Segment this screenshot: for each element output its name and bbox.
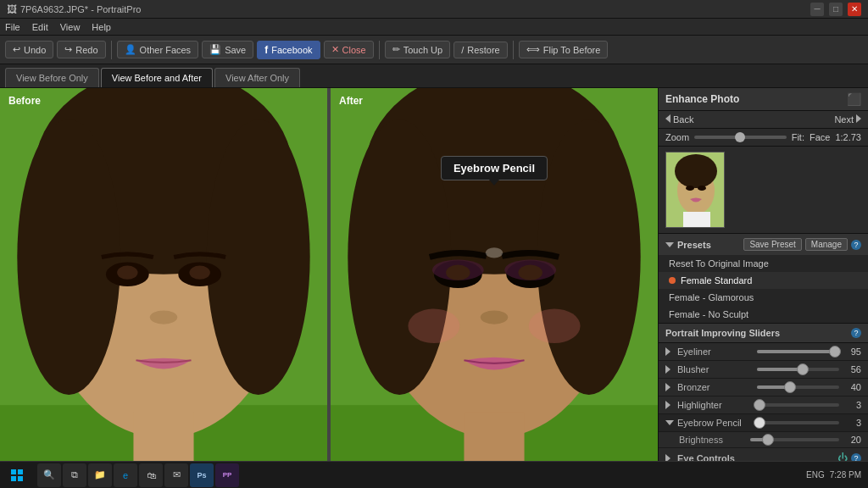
taskbar-app-edge[interactable]: e (114, 463, 137, 487)
brightness-thumb (762, 434, 774, 446)
taskbar-right: ENG 7:28 PM (799, 470, 868, 480)
taskbar-lang: ENG (806, 470, 825, 480)
preset-item-glamorous[interactable]: Female - Glamorous (659, 289, 868, 306)
svg-point-32 (686, 186, 694, 191)
preset-female-standard-label: Female Standard (681, 275, 752, 286)
preset-item-female-standard[interactable]: Female Standard (659, 272, 868, 289)
tab-view-after-only[interactable]: View After Only (214, 68, 300, 87)
eyeliner-thumb (829, 346, 841, 358)
eyeliner-expand-icon[interactable] (665, 347, 674, 356)
eyebrow-pencil-thumb (754, 417, 765, 429)
touch-up-button[interactable]: ✏ Touch Up (385, 41, 450, 58)
title-bar-controls: ─ □ ✕ (810, 3, 861, 16)
close-window-button[interactable]: ✕ (848, 3, 861, 16)
undo-icon: ↩ (13, 44, 20, 55)
next-button[interactable]: Next (834, 114, 861, 125)
save-preset-button[interactable]: Save Preset (743, 238, 801, 251)
highlighter-label: Highlighter (677, 400, 754, 410)
tab-view-before-only[interactable]: View Before Only (5, 68, 99, 87)
title-bar: 🖼 7P6A9632.JPG* - PortraitPro ─ □ ✕ (0, 0, 868, 19)
sliders-title: Portrait Improving Sliders (665, 328, 780, 338)
back-button[interactable]: Back (665, 114, 693, 125)
taskbar-app-cortana[interactable]: 🔍 (37, 463, 61, 487)
presets-help-icon[interactable]: ? (851, 240, 861, 250)
redo-button[interactable]: ↪ Redo (57, 41, 105, 58)
window-title: 7P6A9632.JPG* - PortraitPro (20, 4, 141, 14)
sliders-help-icon[interactable]: ? (851, 328, 861, 338)
main-content: Before (0, 88, 868, 488)
toolbar-divider-1 (111, 41, 112, 59)
photo-area: Before (0, 88, 658, 488)
menu-edit[interactable]: Edit (32, 22, 48, 32)
undo-button[interactable]: ↩ Undo (5, 41, 53, 58)
save-button[interactable]: 💾 Save (202, 41, 253, 58)
title-bar-left: 🖼 7P6A9632.JPG* - PortraitPro (7, 3, 141, 15)
bronzer-expand-icon[interactable] (665, 383, 674, 391)
highlighter-expand-icon[interactable] (665, 401, 674, 409)
svg-rect-38 (11, 476, 16, 481)
preset-list: Reset To Original Image Female Standard … (659, 255, 868, 323)
facebook-button[interactable]: f Facebook (257, 41, 320, 59)
thumbnail-face (666, 152, 724, 227)
taskbar-app-ps[interactable]: Ps (190, 463, 214, 487)
zoom-slider[interactable] (694, 136, 787, 139)
manage-button[interactable]: Manage (805, 238, 848, 251)
blusher-expand-icon[interactable] (665, 365, 674, 374)
preset-item-no-sculpt[interactable]: Female - No Sculpt (659, 306, 868, 323)
preset-item-reset[interactable]: Reset To Original Image (659, 255, 868, 272)
taskbar-app-mail[interactable]: ✉ (164, 463, 188, 487)
minimize-button[interactable]: ─ (810, 3, 824, 16)
after-pane: After Eyebrow Pencil (331, 88, 658, 488)
presets-header-right: Save Preset Manage ? (743, 238, 861, 251)
presets-expand-icon (665, 242, 674, 247)
presets-header[interactable]: Presets Save Preset Manage ? (659, 234, 868, 255)
restore-button[interactable]: / Restore (453, 42, 508, 58)
facebook-icon: f (264, 44, 268, 56)
highlighter-track[interactable] (757, 403, 839, 407)
svg-rect-37 (18, 469, 23, 474)
menu-help[interactable]: Help (92, 22, 111, 32)
taskbar-app-store[interactable]: 🛍 (139, 463, 163, 487)
redo-icon: ↪ (64, 44, 72, 55)
close-icon: ✕ (331, 44, 339, 55)
maximize-button[interactable]: □ (829, 3, 843, 16)
preset-reset-label: Reset To Original Image (669, 258, 769, 269)
preset-glamorous-label: Female - Glamorous (669, 292, 754, 302)
svg-point-24 (518, 265, 542, 280)
flip-to-before-button[interactable]: ⟺ Flip To Before (519, 41, 609, 58)
zoom-thumb[interactable] (735, 132, 745, 142)
restore-icon: / (461, 45, 464, 55)
taskbar-app-taskview[interactable]: ⧉ (63, 463, 86, 487)
taskbar-app-pp[interactable]: PP (215, 463, 239, 487)
menu-view[interactable]: View (60, 22, 81, 32)
eyebrow-pencil-expand-icon[interactable] (665, 420, 674, 425)
eyebrow-pencil-track[interactable] (757, 421, 839, 424)
zoom-row: Zoom Fit: Face 1:2.73 (659, 129, 868, 147)
blusher-track[interactable] (757, 368, 839, 371)
close-button[interactable]: ✕ Close (324, 41, 374, 58)
slider-blusher: Blusher 56 (659, 361, 868, 379)
toolbar-divider-2 (379, 41, 380, 59)
brightness-label: Brightness (679, 435, 747, 445)
save-icon: 💾 (209, 44, 221, 55)
brightness-value: 20 (843, 435, 861, 445)
taskbar-time: 7:28 PM (830, 470, 861, 480)
nav-row: Back Next (659, 111, 868, 129)
taskbar: 🔍 ⧉ 📁 e 🛍 ✉ Ps PP ENG 7:28 PM (0, 461, 868, 488)
back-arrow-icon (665, 114, 670, 125)
taskbar-app-explorer[interactable]: 📁 (88, 463, 112, 487)
blusher-value: 56 (843, 364, 861, 374)
bronzer-track[interactable] (757, 385, 839, 389)
svg-point-10 (189, 266, 209, 280)
eyeliner-track[interactable] (757, 350, 839, 353)
eyebrow-pencil-tooltip: Eyebrow Pencil (441, 156, 548, 180)
svg-point-11 (150, 310, 178, 324)
zoom-label: Zoom (665, 132, 689, 142)
tab-view-before-after[interactable]: View Before and After (101, 68, 213, 87)
other-faces-button[interactable]: 👤 Other Faces (117, 41, 199, 58)
brightness-track[interactable] (750, 438, 839, 441)
slider-eyeliner: Eyeliner 95 (659, 343, 868, 361)
start-button[interactable] (0, 462, 34, 488)
menu-file[interactable]: File (5, 22, 20, 32)
before-pane: Before (0, 88, 327, 488)
